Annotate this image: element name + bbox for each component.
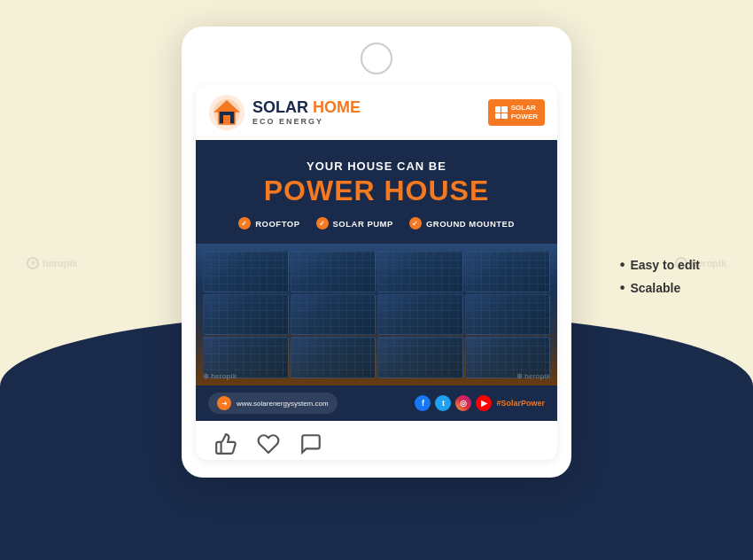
solar-panel-image: ⊕ heropik ⊕ heropik	[196, 244, 557, 385]
image-overlay	[196, 244, 557, 385]
check-icon-1: ✓	[238, 217, 251, 229]
heart-button[interactable]	[256, 432, 281, 456]
like-button[interactable]	[213, 432, 238, 456]
watermark-left: ⊕ heropik	[27, 257, 78, 269]
brand-text: SOLAR HOME ECO ENERGY	[252, 99, 361, 126]
hashtag-text: #SolarPower	[496, 399, 545, 408]
youtube-icon: ▶	[476, 395, 492, 411]
badge-text: SOLARPOWER	[511, 104, 538, 121]
feature-ground-mounted: ✓ GROUND MOUNTED	[409, 217, 515, 229]
banner-title: POWER HOUSE	[210, 176, 543, 205]
brand-logo-icon	[208, 94, 245, 131]
phone-card: SOLAR HOME ECO ENERGY SOLARPOWER YOUR HO…	[182, 27, 571, 478]
watermark-image-right: ⊕ heropik	[516, 372, 550, 380]
post-header: SOLAR HOME ECO ENERGY SOLARPOWER	[196, 85, 557, 140]
facebook-icon: f	[415, 395, 431, 411]
brand-logo: SOLAR HOME ECO ENERGY	[208, 94, 361, 131]
side-info-panel: • Easy to edit • Scalable	[620, 257, 700, 303]
check-icon-3: ✓	[409, 217, 422, 229]
camera-circle	[361, 43, 392, 74]
bullet-1: •	[620, 257, 625, 273]
bullet-2: •	[620, 280, 625, 296]
twitter-icon: t	[435, 395, 451, 411]
scalable-label: Scalable	[630, 281, 680, 295]
instagram-icon: ◎	[455, 395, 471, 411]
post-footer-bar: ➜ www.solarenergysystem.com f t ◎ ▶ #Sol…	[196, 385, 557, 421]
solar-power-badge: SOLARPOWER	[488, 99, 545, 125]
social-post-card: SOLAR HOME ECO ENERGY SOLARPOWER YOUR HO…	[196, 85, 557, 460]
brand-tagline: ECO ENERGY	[252, 117, 361, 126]
social-icons-row: f t ◎ ▶ #SolarPower	[415, 395, 545, 411]
check-icon-2: ✓	[316, 217, 329, 229]
svg-rect-4	[223, 115, 230, 124]
website-url: www.solarenergysystem.com	[237, 400, 329, 408]
badge-grid-icon	[495, 106, 508, 119]
watermark-image-left: ⊕ heropik	[203, 372, 237, 380]
website-pill: ➜ www.solarenergysystem.com	[208, 393, 338, 414]
easy-to-edit-label: Easy to edit	[630, 258, 700, 272]
side-info-easy-to-edit: • Easy to edit	[620, 257, 700, 273]
website-icon: ➜	[217, 396, 231, 410]
reactions-row	[196, 421, 557, 460]
brand-name: SOLAR HOME	[252, 99, 361, 117]
comment-button[interactable]	[299, 432, 323, 456]
feature-solar-pump: ✓ SOLAR PUMP	[316, 217, 393, 229]
banner-features: ✓ ROOFTOP ✓ SOLAR PUMP ✓ GROUND MOUNTED	[210, 217, 543, 229]
post-banner: YOUR HOUSE CAN BE POWER HOUSE ✓ ROOFTOP …	[196, 140, 557, 244]
banner-subtitle: YOUR HOUSE CAN BE	[210, 159, 543, 173]
feature-rooftop: ✓ ROOFTOP	[238, 217, 299, 229]
side-info-scalable: • Scalable	[620, 280, 700, 296]
